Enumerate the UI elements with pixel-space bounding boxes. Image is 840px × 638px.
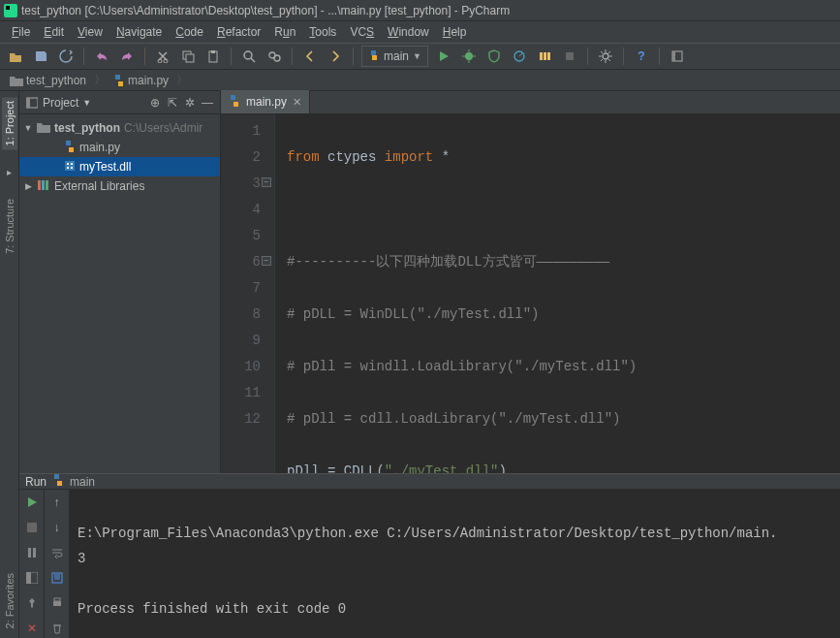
svg-rect-5 [186,54,194,62]
undo-icon[interactable] [92,47,111,66]
open-icon[interactable] [6,47,25,66]
gutter-line[interactable]: 4 [225,197,261,223]
forward-icon[interactable] [326,47,345,66]
menu-run[interactable]: Run [268,23,301,41]
fold-icon[interactable]: − [262,256,271,266]
caret-right-icon[interactable]: ▶ [23,181,33,191]
gutter-line[interactable]: 5 [225,223,261,249]
run-tab-label[interactable]: Run [25,475,47,489]
menu-refactor[interactable]: Refactor [211,23,266,41]
tree-file-dll[interactable]: myTest.dll [19,157,220,176]
save-all-icon[interactable] [31,47,50,66]
run-config-selector[interactable]: main ▼ [361,46,428,67]
collapse-all-icon[interactable]: ⇱ [166,96,179,110]
close-icon[interactable]: ✕ [293,96,301,109]
console-line: Process finished with exit code 0 [78,601,346,617]
scientific-mode-icon[interactable] [668,47,687,66]
menu-edit[interactable]: Edit [38,23,70,41]
project-view-icon[interactable] [25,96,39,110]
left-tool-window-rail: 1: Project ▸ 7: Structure [0,91,19,638]
toolbar-separator [587,48,588,65]
svg-rect-21 [566,52,574,60]
gutter-line[interactable]: 9 [225,328,261,354]
fold-icon[interactable]: − [262,177,271,187]
gutter-line[interactable]: 6− [225,249,261,275]
gutter-line[interactable]: 11 [225,380,261,406]
cut-icon[interactable] [153,47,172,66]
down-icon[interactable]: ↓ [48,519,66,536]
paste-icon[interactable] [203,47,223,66]
side-tab-favorites[interactable]: 2: Favorites [2,569,17,632]
replace-icon[interactable] [264,47,284,66]
menu-window[interactable]: Window [382,23,435,41]
tree-file-label: main.py [79,141,120,154]
help-icon[interactable]: ? [632,47,651,66]
side-tab-project[interactable]: 1: Project [2,97,17,149]
svg-point-11 [274,55,280,61]
profile-icon[interactable] [510,47,529,66]
run-console[interactable]: E:\Program_Files\Anaconda3\python.exe C:… [70,490,840,638]
svg-rect-33 [42,180,45,190]
menu-view[interactable]: View [72,23,109,41]
up-icon[interactable]: ↑ [48,494,66,511]
sync-icon[interactable] [56,47,76,66]
concurrency-icon[interactable] [535,47,554,66]
menu-navigate[interactable]: Navigate [110,23,168,41]
gutter-line[interactable]: 1 [225,118,261,144]
collapse-icon[interactable]: ▸ [7,167,12,177]
chevron-down-icon[interactable]: ▼ [82,98,91,108]
editor-tabs: main.py ✕ [221,91,840,114]
toolbar-separator [144,48,145,65]
layout-icon[interactable] [23,569,41,587]
scroll-to-end-icon[interactable] [48,569,66,587]
caret-down-icon[interactable]: ▼ [23,123,33,133]
rerun-icon[interactable] [23,494,41,511]
pin-icon[interactable] [23,594,41,612]
run-icon[interactable] [434,47,453,66]
menu-file[interactable]: File [6,23,36,41]
copy-icon[interactable] [178,47,198,66]
coverage-icon[interactable] [484,47,504,66]
breadcrumb-file[interactable]: main.py [109,74,172,87]
console-line: E:\Program_Files\Anaconda3\python.exe C:… [78,526,778,541]
pause-icon[interactable] [23,544,41,561]
settings-icon[interactable] [596,47,615,66]
back-icon[interactable] [300,47,320,66]
stop-icon[interactable] [560,47,579,66]
menu-help[interactable]: Help [437,23,473,41]
menu-vcs[interactable]: VCS [344,23,380,41]
target-icon[interactable]: ⊕ [148,96,162,110]
gutter-line[interactable]: 8 [225,302,261,328]
tree-file-main[interactable]: main.py [19,138,220,157]
run-tab-bar: Run main [19,474,840,490]
gutter-line[interactable]: 7 [225,275,261,302]
project-panel-header: Project ▼ ⊕ ⇱ ✲ — [19,91,220,114]
svg-rect-7 [211,50,215,53]
gutter-line[interactable]: 12 [225,406,261,432]
find-icon[interactable] [239,47,259,66]
debug-icon[interactable] [459,47,479,66]
window-title: test_python [C:\Users\Administrator\Desk… [21,4,510,17]
gear-icon[interactable]: ✲ [183,96,197,110]
redo-icon[interactable] [117,47,137,66]
tree-external-libraries[interactable]: ▶ External Libraries [19,176,220,196]
print-icon[interactable] [48,594,66,612]
svg-rect-27 [65,161,75,171]
menu-code[interactable]: Code [170,23,209,41]
hide-icon[interactable]: — [201,96,214,110]
stop-icon[interactable] [23,519,41,536]
breadcrumb-project[interactable]: test_python [6,74,90,87]
gutter-line[interactable]: 10 [225,354,261,380]
svg-line-9 [251,58,255,62]
tree-root[interactable]: ▼ test_python C:\Users\Admir [19,118,220,138]
soft-wrap-icon[interactable] [48,544,66,561]
close-icon[interactable]: ✕ [23,620,41,637]
trash-icon[interactable] [48,620,66,637]
editor-tab-main[interactable]: main.py ✕ [221,90,310,113]
run-config-name[interactable]: main [70,475,95,489]
side-tab-structure[interactable]: 7: Structure [2,195,17,258]
gutter-line[interactable]: 2 [225,144,261,171]
menu-tools[interactable]: Tools [303,23,342,41]
gutter-line[interactable]: 3− [225,171,261,197]
svg-rect-34 [46,180,48,190]
